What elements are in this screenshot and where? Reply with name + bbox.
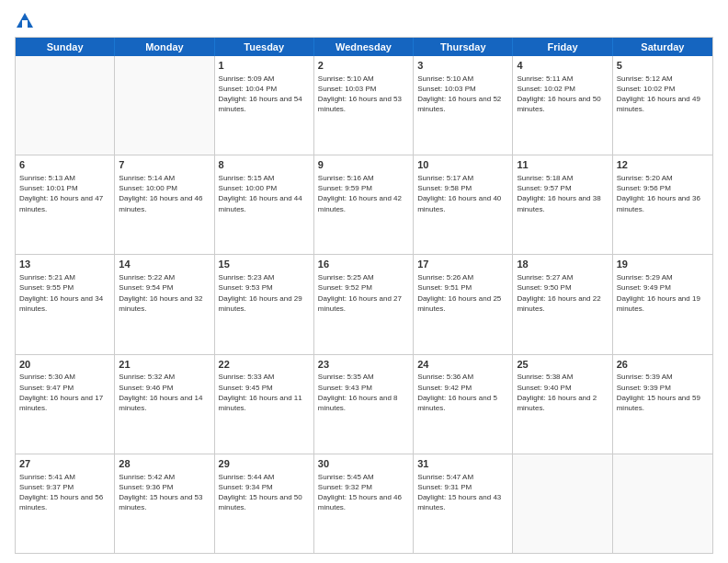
calendar-cell <box>115 56 214 155</box>
calendar-cell: 20Sunrise: 5:30 AMSunset: 9:47 PMDayligh… <box>16 355 115 454</box>
calendar-cell: 24Sunrise: 5:36 AMSunset: 9:42 PMDayligh… <box>414 355 513 454</box>
calendar-cell: 27Sunrise: 5:41 AMSunset: 9:37 PMDayligh… <box>16 454 115 553</box>
day-number: 12 <box>617 158 709 172</box>
calendar-week-row: 1Sunrise: 5:09 AMSunset: 10:04 PMDayligh… <box>16 56 712 155</box>
calendar-cell: 8Sunrise: 5:15 AMSunset: 10:00 PMDayligh… <box>215 155 314 254</box>
calendar-body: 1Sunrise: 5:09 AMSunset: 10:04 PMDayligh… <box>16 56 712 553</box>
calendar-header-cell: Monday <box>115 38 214 56</box>
calendar-cell: 15Sunrise: 5:23 AMSunset: 9:53 PMDayligh… <box>215 255 314 353</box>
cell-info: Sunrise: 5:17 AMSunset: 9:58 PMDaylight:… <box>417 173 508 214</box>
calendar-cell: 12Sunrise: 5:20 AMSunset: 9:56 PMDayligh… <box>613 155 712 254</box>
cell-info: Sunrise: 5:32 AMSunset: 9:46 PMDaylight:… <box>119 372 210 413</box>
calendar-week-row: 6Sunrise: 5:13 AMSunset: 10:01 PMDayligh… <box>16 155 712 254</box>
cell-info: Sunrise: 5:29 AMSunset: 9:49 PMDaylight:… <box>617 272 709 314</box>
calendar-cell: 18Sunrise: 5:27 AMSunset: 9:50 PMDayligh… <box>513 255 612 353</box>
cell-info: Sunrise: 5:26 AMSunset: 9:51 PMDaylight:… <box>417 272 508 314</box>
calendar-cell: 29Sunrise: 5:44 AMSunset: 9:34 PMDayligh… <box>215 454 314 553</box>
cell-info: Sunrise: 5:12 AMSunset: 10:02 PMDaylight… <box>617 74 709 115</box>
cell-info: Sunrise: 5:18 AMSunset: 9:57 PMDaylight:… <box>517 173 608 214</box>
calendar-cell: 31Sunrise: 5:47 AMSunset: 9:31 PMDayligh… <box>414 454 513 553</box>
day-number: 23 <box>318 358 409 372</box>
day-number: 30 <box>318 457 409 471</box>
day-number: 11 <box>517 158 608 172</box>
calendar-cell: 22Sunrise: 5:33 AMSunset: 9:45 PMDayligh… <box>215 355 314 454</box>
calendar-week-row: 13Sunrise: 5:21 AMSunset: 9:55 PMDayligh… <box>16 254 712 353</box>
calendar-header-cell: Sunday <box>16 38 115 56</box>
day-number: 26 <box>617 358 709 372</box>
cell-info: Sunrise: 5:44 AMSunset: 9:34 PMDaylight:… <box>219 472 310 513</box>
cell-info: Sunrise: 5:25 AMSunset: 9:52 PMDaylight:… <box>318 272 409 314</box>
calendar-cell: 26Sunrise: 5:39 AMSunset: 9:39 PMDayligh… <box>613 355 712 454</box>
day-number: 25 <box>517 358 608 372</box>
logo-icon <box>15 11 35 31</box>
calendar-cell: 11Sunrise: 5:18 AMSunset: 9:57 PMDayligh… <box>513 155 612 254</box>
cell-info: Sunrise: 5:21 AMSunset: 9:55 PMDaylight:… <box>19 272 110 314</box>
cell-info: Sunrise: 5:30 AMSunset: 9:47 PMDaylight:… <box>19 372 110 413</box>
page: SundayMondayTuesdayWednesdayThursdayFrid… <box>0 0 728 563</box>
calendar-cell <box>513 454 612 553</box>
day-number: 15 <box>219 258 310 271</box>
cell-info: Sunrise: 5:42 AMSunset: 9:36 PMDaylight:… <box>119 472 210 513</box>
day-number: 31 <box>417 457 508 471</box>
cell-info: Sunrise: 5:22 AMSunset: 9:54 PMDaylight:… <box>119 272 210 314</box>
day-number: 21 <box>119 358 210 372</box>
cell-info: Sunrise: 5:45 AMSunset: 9:32 PMDaylight:… <box>318 472 409 513</box>
day-number: 2 <box>318 59 409 73</box>
calendar-cell <box>613 454 712 553</box>
cell-info: Sunrise: 5:23 AMSunset: 9:53 PMDaylight:… <box>219 272 310 314</box>
day-number: 13 <box>19 258 110 271</box>
cell-info: Sunrise: 5:38 AMSunset: 9:40 PMDaylight:… <box>517 372 608 413</box>
cell-info: Sunrise: 5:47 AMSunset: 9:31 PMDaylight:… <box>417 472 508 513</box>
svg-rect-1 <box>22 20 28 28</box>
logo <box>15 11 39 31</box>
cell-info: Sunrise: 5:35 AMSunset: 9:43 PMDaylight:… <box>318 372 409 413</box>
calendar-header-cell: Thursday <box>414 38 513 56</box>
day-number: 29 <box>219 457 310 471</box>
calendar-cell: 14Sunrise: 5:22 AMSunset: 9:54 PMDayligh… <box>115 255 214 353</box>
day-number: 6 <box>19 158 110 172</box>
calendar-cell: 16Sunrise: 5:25 AMSunset: 9:52 PMDayligh… <box>314 255 414 353</box>
calendar-cell: 28Sunrise: 5:42 AMSunset: 9:36 PMDayligh… <box>115 454 214 553</box>
calendar-cell: 1Sunrise: 5:09 AMSunset: 10:04 PMDayligh… <box>215 56 314 155</box>
cell-info: Sunrise: 5:11 AMSunset: 10:02 PMDaylight… <box>517 74 608 115</box>
day-number: 14 <box>119 258 210 271</box>
calendar-cell: 9Sunrise: 5:16 AMSunset: 9:59 PMDaylight… <box>314 155 414 254</box>
calendar-cell: 2Sunrise: 5:10 AMSunset: 10:03 PMDayligh… <box>314 56 414 155</box>
calendar-week-row: 20Sunrise: 5:30 AMSunset: 9:47 PMDayligh… <box>16 354 712 454</box>
calendar-cell: 13Sunrise: 5:21 AMSunset: 9:55 PMDayligh… <box>16 255 115 353</box>
day-number: 22 <box>219 358 310 372</box>
calendar-cell: 6Sunrise: 5:13 AMSunset: 10:01 PMDayligh… <box>16 155 115 254</box>
calendar-cell: 4Sunrise: 5:11 AMSunset: 10:02 PMDayligh… <box>513 56 612 155</box>
calendar-cell: 23Sunrise: 5:35 AMSunset: 9:43 PMDayligh… <box>314 355 414 454</box>
calendar-cell: 17Sunrise: 5:26 AMSunset: 9:51 PMDayligh… <box>414 255 513 353</box>
calendar-header-cell: Friday <box>513 38 612 56</box>
day-number: 7 <box>119 158 210 172</box>
day-number: 17 <box>417 258 508 271</box>
calendar-cell: 21Sunrise: 5:32 AMSunset: 9:46 PMDayligh… <box>115 355 214 454</box>
day-number: 8 <box>219 158 310 172</box>
cell-info: Sunrise: 5:39 AMSunset: 9:39 PMDaylight:… <box>617 372 709 413</box>
day-number: 3 <box>417 59 508 73</box>
cell-info: Sunrise: 5:10 AMSunset: 10:03 PMDaylight… <box>417 74 508 115</box>
cell-info: Sunrise: 5:10 AMSunset: 10:03 PMDaylight… <box>318 74 409 115</box>
cell-info: Sunrise: 5:36 AMSunset: 9:42 PMDaylight:… <box>417 372 508 413</box>
day-number: 24 <box>417 358 508 372</box>
calendar-cell <box>16 56 115 155</box>
calendar-cell: 25Sunrise: 5:38 AMSunset: 9:40 PMDayligh… <box>513 355 612 454</box>
calendar-cell: 30Sunrise: 5:45 AMSunset: 9:32 PMDayligh… <box>314 454 414 553</box>
day-number: 18 <box>517 258 608 271</box>
calendar-week-row: 27Sunrise: 5:41 AMSunset: 9:37 PMDayligh… <box>16 454 712 553</box>
cell-info: Sunrise: 5:41 AMSunset: 9:37 PMDaylight:… <box>19 472 110 513</box>
day-number: 27 <box>19 457 110 471</box>
cell-info: Sunrise: 5:20 AMSunset: 9:56 PMDaylight:… <box>617 173 709 214</box>
calendar-header: SundayMondayTuesdayWednesdayThursdayFrid… <box>16 38 712 56</box>
cell-info: Sunrise: 5:16 AMSunset: 9:59 PMDaylight:… <box>318 173 409 214</box>
cell-info: Sunrise: 5:14 AMSunset: 10:00 PMDaylight… <box>119 173 210 214</box>
cell-info: Sunrise: 5:15 AMSunset: 10:00 PMDaylight… <box>219 173 310 214</box>
day-number: 16 <box>318 258 409 271</box>
day-number: 28 <box>119 457 210 471</box>
calendar-cell: 10Sunrise: 5:17 AMSunset: 9:58 PMDayligh… <box>414 155 513 254</box>
calendar-header-cell: Tuesday <box>215 38 314 56</box>
day-number: 4 <box>517 59 608 73</box>
calendar-header-cell: Wednesday <box>314 38 414 56</box>
